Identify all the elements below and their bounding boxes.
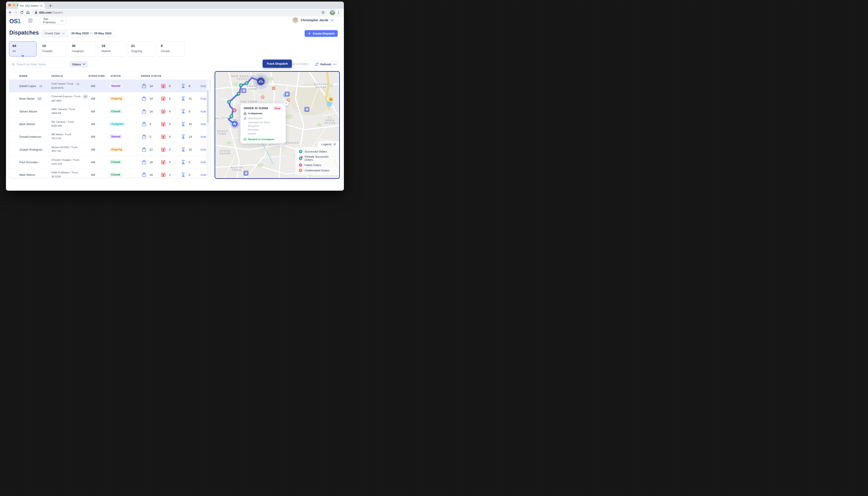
minimize-window-button[interactable] xyxy=(13,4,15,6)
legend-item: Unattempted Orders xyxy=(299,169,336,172)
hamburger-menu-icon[interactable] xyxy=(28,19,33,22)
popup-close-button[interactable] xyxy=(284,101,289,106)
teal-order-marker[interactable] xyxy=(230,114,233,118)
rider-location-marker[interactable] xyxy=(257,78,265,85)
city-selector-value: San Francisco xyxy=(43,17,61,24)
status-cell: Started xyxy=(109,135,122,139)
home-icon[interactable] xyxy=(26,11,30,14)
picked-orders-count: 0 xyxy=(150,135,151,138)
partial-order-marker[interactable] xyxy=(237,92,240,95)
pending-orders-icon xyxy=(181,147,185,152)
vehicle-plate: 763 FYK xyxy=(51,137,71,141)
table-row[interactable]: Brian Martin +2 Chevrolet Express / Truc… xyxy=(9,92,211,105)
city-selector[interactable]: San Francisco xyxy=(40,17,66,25)
status-badge: Started xyxy=(109,135,122,139)
pending-orders-count: 15 xyxy=(189,148,192,151)
rider-name: Steven Moore xyxy=(19,110,37,113)
teal-order-marker[interactable] xyxy=(239,83,243,87)
stat-cards: 84 All 10 Created 36 Assigned 19 Started… xyxy=(9,42,185,57)
status-filter[interactable]: Status xyxy=(69,61,88,67)
stat-label: Assigned xyxy=(72,49,93,53)
browser-menu-icon[interactable] xyxy=(337,11,340,14)
browser-profile-avatar[interactable] xyxy=(330,10,335,15)
table-row[interactable]: Donald Anderson MB Metris / Truck 763 FY… xyxy=(9,130,211,143)
date-filter-type[interactable]: Create Date xyxy=(42,30,68,37)
legend-item-label: Failed Orders xyxy=(305,164,321,167)
table-row[interactable]: Joseph Rodriguez Nissan NV2500 / Truck J… xyxy=(9,143,211,156)
table-row[interactable]: Mark Wilson RAM ProMaster / Truck 3E 623… xyxy=(9,169,211,178)
legend-item: Partially Successful Orders xyxy=(299,155,336,161)
search-box[interactable] xyxy=(9,61,66,67)
create-dispatch-button[interactable]: Create Dispatch xyxy=(305,30,338,37)
vehicle-cell: Nissan NV2500 / Truck JFD 703 xyxy=(51,145,78,153)
reload-icon[interactable] xyxy=(20,11,24,14)
date-filter[interactable]: Create Date 29 May 2020 to 29 May 2020 xyxy=(42,30,115,37)
rider-extra-badge[interactable]: +2 xyxy=(36,97,42,100)
dispatch-page: OS1 San Francisco Christopher Jacob Disp… xyxy=(6,16,344,190)
vehicle-extra-badge[interactable]: +1 xyxy=(75,82,81,87)
pending-orders-count: 0 xyxy=(189,160,190,164)
stat-card[interactable]: 36 Assigned xyxy=(68,42,96,57)
vehicle-cell: MB Metris / Truck 763 FYK xyxy=(51,133,71,141)
browser-tab[interactable]: OS1 OS1 Delhivery xyxy=(18,3,45,9)
pending-orders-icon xyxy=(181,172,185,177)
stat-card[interactable]: 84 All xyxy=(9,42,36,57)
double-chevron-icon xyxy=(333,143,336,146)
legend-toggle[interactable]: Legend xyxy=(318,141,339,147)
cancelled-orders-count: 0 xyxy=(169,84,170,88)
refresh-button[interactable]: Refresh xyxy=(312,61,334,67)
stat-card[interactable]: 10 Created xyxy=(39,42,66,57)
table-row[interactable]: Mark Wilson DG Caravan / Truck MJM 296 4… xyxy=(9,118,211,130)
stat-card[interactable]: 21 Ongoing xyxy=(128,42,155,57)
picked-orders-icon xyxy=(142,96,146,101)
rider-name: Mark Wilson xyxy=(19,122,35,126)
stat-label: All xyxy=(12,49,33,53)
dispatch-map[interactable]: NEW BAGALUR LAYOUTCOOKE TOWNKASTURI NAGA… xyxy=(215,71,340,179)
structure-value: 4W xyxy=(89,97,97,100)
chevron-down-icon xyxy=(61,20,64,22)
failed-order-marker[interactable] xyxy=(232,108,236,112)
forward-icon[interactable] xyxy=(14,11,18,14)
back-icon[interactable] xyxy=(8,11,12,14)
shipments-icon xyxy=(244,112,247,115)
rider-name: Mark Wilson xyxy=(19,173,35,176)
user-avatar xyxy=(292,17,298,23)
picked-orders-icon xyxy=(142,84,146,88)
orange-order-marker[interactable] xyxy=(272,87,276,90)
structure-value: 4W xyxy=(89,173,97,176)
date-separator: to xyxy=(90,32,93,35)
drop-home-marker[interactable] xyxy=(232,121,237,127)
table-scrollbar-thumb[interactable] xyxy=(207,90,208,123)
salmon-order-marker[interactable] xyxy=(261,95,264,99)
status-filter-label: Status xyxy=(72,63,81,66)
vehicle-extra-badge[interactable]: +2 xyxy=(82,94,88,99)
search-input[interactable] xyxy=(17,63,63,66)
stat-card[interactable]: 19 Started xyxy=(98,42,126,57)
status-badge: Closed xyxy=(109,160,122,164)
close-window-button[interactable] xyxy=(8,4,11,6)
rider-cell: Donald Anderson xyxy=(19,135,42,138)
url-bar[interactable]: OS1.com/Dispatch xyxy=(32,10,327,15)
vehicle-name: DG Caravan / Truck xyxy=(51,120,74,124)
table-row[interactable]: Paul Gonzales Chrysler Voyager / Truck X… xyxy=(9,156,211,169)
table-row[interactable]: Daniel Lopez +1 Ford Transit / Truck +1 … xyxy=(9,80,211,92)
date-range[interactable]: 29 May 2020 to 29 May 2020 xyxy=(68,30,115,37)
stat-card[interactable]: 8 Closed xyxy=(157,42,185,57)
rider-name: Brian Martin xyxy=(19,97,35,100)
table-row[interactable]: Steven Moore GMC Savana / Truck 2848 EB … xyxy=(9,105,211,118)
more-options-button[interactable] xyxy=(331,61,338,67)
teal-order-marker[interactable] xyxy=(227,100,231,104)
new-tab-icon[interactable] xyxy=(49,4,52,7)
user-menu[interactable]: Christopher Jacob xyxy=(292,17,334,23)
teal-order-marker[interactable] xyxy=(245,81,248,85)
status-badge: Ongoing xyxy=(109,147,124,152)
bookmark-star-icon[interactable] xyxy=(321,11,325,14)
stat-value: 36 xyxy=(72,44,93,48)
hidden-phone-icon xyxy=(244,117,247,120)
tab-close-icon[interactable] xyxy=(40,4,43,7)
rider-name: Daniel Lopez xyxy=(19,84,36,88)
stat-value: 84 xyxy=(12,44,33,48)
table-scrollbar[interactable] xyxy=(206,80,210,177)
column-structure: Structure xyxy=(89,75,105,77)
rider-extra-badge[interactable]: +1 xyxy=(38,84,44,88)
